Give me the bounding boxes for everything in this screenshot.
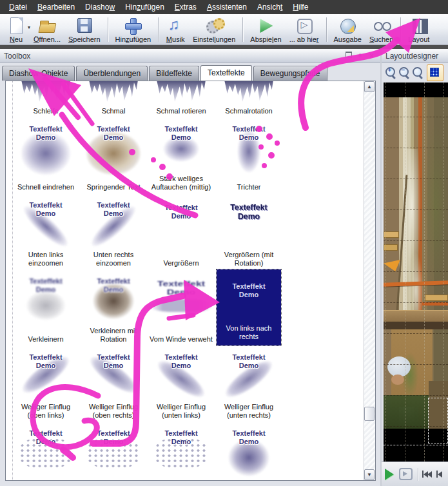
effect-thumbnail: TexteffektDemo <box>217 193 281 251</box>
zoom-in-icon[interactable]: + <box>384 66 396 80</box>
effect-thumbnail: TexteffektDemo <box>149 269 213 335</box>
effect-item-springender-text[interactable]: TexteffektDemoSpringender Text <box>81 117 146 193</box>
effect-item-welliger-einflug-unten-rechts[interactable]: TexteffektDemoWelliger Einflug (unten re… <box>217 345 281 422</box>
zoom-original-icon[interactable] <box>411 66 424 80</box>
pin-icon[interactable]: + <box>355 52 365 61</box>
toolbar-button-speichern[interactable]: Speichern <box>64 16 104 44</box>
effect-item-welliger-einflug-oben-links[interactable]: TexteffektDemoWelliger Einflug (oben lin… <box>14 345 78 422</box>
play-icon[interactable] <box>385 469 394 480</box>
effect-item-wilde-schleife-links[interactable]: TexteffektDemoWilde Schleife (links) <box>81 422 146 481</box>
effect-item-trichter[interactable]: TexteffektDemoTrichter <box>217 117 281 193</box>
effect-item-von-links-nach-rechts[interactable]: TexteffektDemoVon links nach rechts <box>217 269 281 345</box>
grid-toggle-icon[interactable] <box>427 64 443 81</box>
effect-thumbnail: TexteffektDemo <box>81 117 146 183</box>
toolbar-divider <box>326 17 327 42</box>
toolbar-button-ab-hier[interactable]: ... ab hier <box>286 16 323 44</box>
preview-canvas[interactable] <box>384 83 448 462</box>
layoutdesigner-panel: Layoutdesigner + − <box>382 49 448 486</box>
toolbar-button-abspielen[interactable]: Abspielen <box>246 16 285 44</box>
effect-item-schmal[interactable]: TexteffektDemoSchmal <box>81 81 146 117</box>
effect-label: Welliger Einflug (unten rechts) <box>217 403 281 422</box>
effect-label: Schmalrotation <box>224 107 273 117</box>
toolbox-title: Toolbox <box>4 52 30 61</box>
selection-rect <box>428 398 448 443</box>
tab-bewegungspfade[interactable]: Bewegungspfade <box>253 66 327 81</box>
menu-item-assistenten[interactable]: Assistenten <box>202 1 252 13</box>
tab-überblendungen[interactable]: Überblendungen <box>76 66 148 81</box>
menu-item-extras[interactable]: Extras <box>170 1 202 13</box>
effect-item-vergrößern[interactable]: TexteffektDemoVergrößern <box>149 193 213 269</box>
effect-item-verkleinern[interactable]: TexteffektDemoVerkleinern <box>14 269 78 345</box>
demo-caption: TexteffektDemo <box>217 429 281 445</box>
menu-item-datei[interactable]: Datei <box>4 1 32 13</box>
toolbar-button-öffnen[interactable]: Öffnen... <box>30 16 64 44</box>
effect-label: Wilde Schleife (links) <box>81 479 146 481</box>
effect-label: Verkleinern <box>27 335 64 345</box>
effect-item-windhose[interactable]: TexteffektDemoWindhose <box>217 422 281 481</box>
menu-item-hinzufügen[interactable]: Hinzufügen <box>120 1 170 13</box>
effect-list[interactable]: TexteffektDemoSchleifeTexteffektDemoSchm… <box>5 81 376 481</box>
toolbar-button-suchen[interactable]: Suchen <box>365 16 397 44</box>
scroll-down-icon[interactable]: ▼ <box>364 469 375 480</box>
toolbar-button-musik[interactable]: Musik <box>162 16 189 44</box>
person-face <box>391 374 404 385</box>
transport-divider <box>418 468 418 481</box>
toolbar-button-label: Öffnen... <box>34 35 61 43</box>
open-folder-icon <box>37 17 57 35</box>
effect-item-welliger-einflug-unten-links[interactable]: TexteffektDemoWelliger Einflug (unten li… <box>149 345 213 422</box>
layout-grid-icon <box>409 17 429 35</box>
effect-thumbnail: TexteffektDemo <box>14 193 78 251</box>
effect-item-unten-rechts-einzoomen[interactable]: TexteffektDemoUnten rechts einzoomen <box>81 193 146 269</box>
toolbar-divider <box>158 17 159 42</box>
toolbar-button-hinzufügen[interactable]: Hinzufügen <box>112 16 155 44</box>
toolbox-tabs: Diashow-ObjekteÜberblendungenBildeffekte… <box>2 64 379 81</box>
effect-thumbnail: TexteffektDemo <box>81 269 146 327</box>
effect-thumbnail: TexteffektDemo <box>217 81 281 107</box>
effect-item-wilde-schleife-rechts[interactable]: TexteffektDemoWilde Schleife (rechts) <box>149 422 213 481</box>
effect-thumbnail: TexteffektDemo <box>81 193 146 251</box>
toolbar-button-layout[interactable]: Layout <box>404 16 433 44</box>
effect-item-schleife[interactable]: TexteffektDemoSchleife <box>14 81 78 117</box>
menu-item-ansicht[interactable]: Ansicht <box>252 1 287 13</box>
demo-caption: TexteffektDemo <box>217 353 281 369</box>
effect-thumbnail: TexteffektDemo <box>14 422 78 479</box>
scrollbar-thumb[interactable] <box>364 407 375 421</box>
play-from-here-icon[interactable] <box>399 468 413 480</box>
effect-item-schnell-eindrehen[interactable]: TexteffektDemoSchnell eindrehen <box>14 117 78 193</box>
effect-item-vergrößern-mit-rotation[interactable]: TexteffektDemoVergrößern (mit Rotation) <box>217 193 281 269</box>
toolbar-divider <box>108 17 108 42</box>
toolbar-button-label: ... ab hier <box>289 35 319 43</box>
toolbar-button-label: Ausgabe <box>334 35 362 43</box>
effect-item-schmalrotation[interactable]: TexteffektDemoSchmalrotation <box>217 81 281 117</box>
zoom-out-icon[interactable]: − <box>398 66 410 80</box>
menu-item-hilfe[interactable]: Hilfe <box>287 1 313 13</box>
grid-line <box>384 445 448 445</box>
effect-item-unten-links-einzoomen[interactable]: TexteffektDemoUnten links einzoomen <box>14 193 78 269</box>
toolbar-button-neu[interactable]: ▾Neu <box>3 16 30 44</box>
skip-to-start-icon[interactable] <box>422 471 432 478</box>
window-restore-icon[interactable] <box>344 52 353 61</box>
effect-thumbnail: TexteffektDemo <box>217 117 281 183</box>
effect-label: Vergrößern <box>162 259 199 269</box>
effect-thumbnail: TexteffektDemo <box>14 345 78 403</box>
demo-caption: TexteffektDemo <box>135 280 228 296</box>
effect-label: Verkleinern mit Rotation <box>81 327 146 346</box>
tab-texteffekte[interactable]: Texteffekte <box>200 65 252 81</box>
step-back-icon[interactable] <box>436 471 442 478</box>
scroll-up-icon[interactable]: ▲ <box>364 81 375 92</box>
foliage-band <box>384 395 429 429</box>
effect-item-welliges-auftauchen[interactable]: TexteffektDemoWelliges Auftauchen <box>14 422 78 481</box>
effect-item-vom-winde-verweht[interactable]: TexteffektDemoVom Winde verweht <box>149 269 213 345</box>
menu-item-diashow[interactable]: Diashow <box>80 1 120 13</box>
scrollbar[interactable]: ▲ ▼ <box>364 81 375 480</box>
binoculars-icon <box>372 17 391 35</box>
effect-item-schmal-rotieren[interactable]: TexteffektDemoSchmal rotieren <box>149 81 213 117</box>
effect-item-welliger-einflug-oben-rechts[interactable]: TexteffektDemoWelliger Einflug (oben rec… <box>81 345 146 422</box>
close-icon[interactable]: × <box>367 52 376 61</box>
menu-item-bearbeiten[interactable]: Bearbeiten <box>32 1 80 13</box>
toolbar-button-ausgabe[interactable]: Ausgabe <box>330 16 365 44</box>
tab-diashow-objekte[interactable]: Diashow-Objekte <box>2 66 75 81</box>
effect-item-stark-welliges-auftauchen-mittig[interactable]: TexteffektDemoStark welliges Auftauchen … <box>149 117 213 193</box>
tab-bildeffekte[interactable]: Bildeffekte <box>149 66 199 81</box>
toolbar-button-einstellungen[interactable]: Einstellungen <box>189 16 239 44</box>
